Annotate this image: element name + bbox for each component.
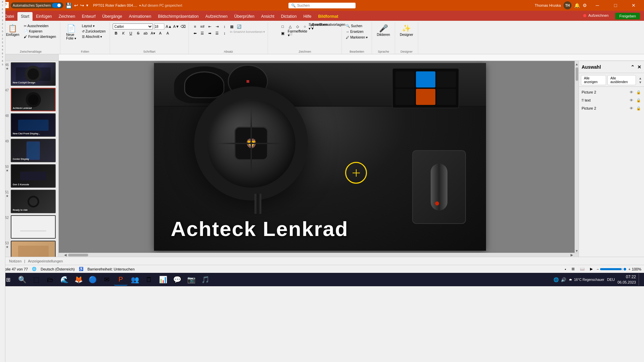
- slide-thumb-48[interactable]: New Ckd Front Display...: [11, 113, 56, 137]
- lock-icon-1[interactable]: 🔒: [636, 98, 641, 103]
- list-ordered-button[interactable]: ≡#: [199, 23, 206, 29]
- suchen-button[interactable]: 🔍 Suchen: [344, 23, 364, 28]
- search-input[interactable]: [297, 3, 351, 7]
- slideshow-button[interactable]: ▶: [589, 266, 594, 272]
- autosave-toggle[interactable]: Automatisches Speichern: [11, 2, 63, 8]
- hide-all-button[interactable]: Alle ausblenden: [607, 75, 636, 85]
- scroll-thumb-v[interactable]: [576, 67, 578, 81]
- network-icon[interactable]: 🌐: [553, 277, 559, 282]
- font-family-select[interactable]: Calibri: [113, 23, 153, 29]
- scroll-down-arrow[interactable]: ▼: [575, 249, 579, 253]
- slide-item-50[interactable]: 50★ Gen 3 Konsole: [3, 164, 56, 188]
- neue-folie-button[interactable]: 📄 NeueFolie ▾: [63, 23, 79, 42]
- language-indicator[interactable]: DEU: [607, 278, 615, 282]
- aufzeichnen-button[interactable]: ⏺ Aufzeichnen: [578, 11, 613, 19]
- align-left-button[interactable]: ⬅: [192, 30, 198, 36]
- autosave-switch[interactable]: [52, 3, 61, 8]
- zoom-in-button[interactable]: +: [628, 267, 630, 271]
- vertical-scrollbar[interactable]: ▲ ▼: [575, 61, 579, 253]
- zoom-thumb[interactable]: [623, 267, 627, 271]
- font-color-button[interactable]: A: [157, 30, 164, 36]
- taskbar-taskview[interactable]: ⬚: [30, 274, 43, 286]
- panel-scroll-down[interactable]: ▼: [639, 80, 642, 84]
- slide-thumb-49[interactable]: Center Display: [11, 139, 56, 162]
- zoom-slider[interactable]: [600, 268, 627, 270]
- kopieren-button[interactable]: 📄 Kopieren: [22, 29, 57, 34]
- share-icon[interactable]: 🔔: [574, 3, 580, 8]
- taskbar-skype[interactable]: 💬: [170, 274, 184, 286]
- view-settings-label[interactable]: Anzeigeeinstellungen: [28, 259, 63, 263]
- list-unordered-button[interactable]: ≡: [192, 23, 198, 29]
- visibility-icon-2[interactable]: 👁: [629, 106, 634, 111]
- taskbar-powerpoint[interactable]: P: [114, 274, 127, 286]
- slide-thumb-46[interactable]: New Cockpit Design: [11, 62, 56, 86]
- shape-1[interactable]: □: [279, 23, 286, 29]
- effects-button[interactable]: Formeffekte ▾: [294, 30, 301, 36]
- format-uebertragen-button[interactable]: 🖌 Format übertragen: [22, 34, 57, 39]
- tab-bildschirm[interactable]: Bildschirmpräsentation: [155, 12, 202, 21]
- markieren-button[interactable]: 🖊 Markieren ▾: [344, 35, 369, 40]
- font-decrease-icon[interactable]: A▼: [173, 24, 179, 28]
- text-direction-button[interactable]: ↕: [221, 23, 228, 29]
- toolbar-redo-icon[interactable]: ↪: [80, 3, 84, 8]
- slide-item-51[interactable]: 51★ Ready to ride: [3, 190, 56, 213]
- tab-ansicht[interactable]: Ansicht: [258, 12, 277, 21]
- font-increase-icon[interactable]: A▲: [166, 24, 172, 28]
- clear-format-icon[interactable]: ⌫: [180, 24, 186, 29]
- taskbar-misc[interactable]: 🎵: [199, 274, 212, 286]
- slide-thumb-53[interactable]: [11, 241, 56, 257]
- slide-item-49[interactable]: 49 Center Display: [3, 139, 56, 162]
- horizontal-scrollbar[interactable]: ◀ ▶: [59, 253, 579, 257]
- ersetzen-button[interactable]: ↔ Ersetzen: [344, 29, 365, 34]
- tab-aufzeichnen[interactable]: Aufzeichnen: [202, 12, 231, 21]
- tab-einfuegen[interactable]: Einfügen: [33, 12, 55, 21]
- slide-thumb-52[interactable]: [11, 215, 56, 239]
- tab-bildformat[interactable]: Bildformat: [315, 12, 341, 21]
- slide-canvas[interactable]: 🦁: [154, 63, 486, 251]
- quick-styles-button[interactable]: Schnellformatvorlagen ▾: [324, 23, 330, 29]
- taskbar-files[interactable]: 🗁: [44, 274, 57, 286]
- clock[interactable]: 07:22 06.05.2023: [618, 274, 636, 285]
- taskbar-excel[interactable]: 📊: [156, 274, 170, 286]
- visibility-icon-0[interactable]: 👁: [629, 89, 634, 95]
- slide-item-47[interactable]: 47 Achteck Lenkrad: [3, 88, 56, 111]
- tab-ueberpruefen[interactable]: Überprüfen: [231, 12, 258, 21]
- slide-item-48[interactable]: 48 New Ckd Front Display...: [3, 113, 56, 137]
- normal-view-button[interactable]: ▪: [564, 266, 568, 272]
- toolbar-more-icon[interactable]: ▾: [86, 3, 88, 8]
- panel-scroll-up[interactable]: ▲: [639, 76, 642, 80]
- taskbar-search[interactable]: 🔍: [15, 274, 29, 286]
- tab-dictation[interactable]: Dictation: [278, 12, 300, 21]
- shape-3[interactable]: ◇: [294, 23, 301, 29]
- scroll-left-arrow[interactable]: ◀: [64, 253, 67, 257]
- reading-view-button[interactable]: 📖: [579, 266, 586, 272]
- taskbar-chrome[interactable]: 🔵: [86, 274, 99, 286]
- taskbar-onenote[interactable]: 🗒: [142, 274, 156, 286]
- taskbar-outlook[interactable]: ✉: [100, 274, 113, 286]
- tab-zeichnen[interactable]: Zeichnen: [55, 12, 78, 21]
- slide-thumb-51[interactable]: Ready to ride: [11, 190, 56, 213]
- shadow-button[interactable]: ab: [142, 30, 149, 36]
- taskbar-firefox[interactable]: 🦊: [72, 274, 85, 286]
- accessibility-label[interactable]: Barrierefreiheit: Untersuchen: [88, 267, 135, 271]
- abschnitt-button[interactable]: ☰ Abschnitt ▾: [80, 34, 107, 39]
- weather-widget[interactable]: 🌧 16°C Regenschauer: [569, 278, 604, 282]
- tab-animationen[interactable]: Animationen: [125, 12, 155, 21]
- slide-thumb-50[interactable]: Gen 3 Konsole: [11, 164, 56, 188]
- justify-button[interactable]: ☰: [214, 30, 220, 36]
- highlight-button[interactable]: A: [164, 30, 171, 36]
- show-all-button[interactable]: Alle anzeigen: [581, 75, 606, 85]
- selection-item-2[interactable]: Picture 2 👁 🔒: [579, 104, 644, 112]
- slide-item-53[interactable]: 53★: [3, 241, 56, 257]
- lock-icon-0[interactable]: 🔒: [636, 89, 641, 95]
- visibility-icon-1[interactable]: 👁: [629, 98, 634, 103]
- tab-hilfe[interactable]: Hilfe: [300, 12, 315, 21]
- user-avatar[interactable]: TH: [564, 1, 572, 9]
- font-size-input[interactable]: [154, 23, 164, 29]
- taskbar-teams[interactable]: 👥: [128, 274, 142, 286]
- selection-item-0[interactable]: Picture 2 👁 🔒: [579, 88, 644, 96]
- slide-thumb-47[interactable]: Achteck Lenkrad: [11, 88, 56, 111]
- convert-smartart-button[interactable]: 🔄: [236, 23, 243, 29]
- selection-item-1[interactable]: !! text 👁 🔒: [579, 96, 644, 104]
- lock-icon-2[interactable]: 🔒: [636, 106, 641, 111]
